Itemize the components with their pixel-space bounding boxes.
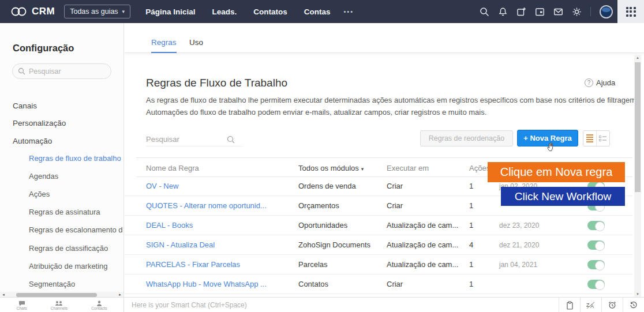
- rule-execute-on: Atualização de cam...: [387, 260, 458, 269]
- tab-contas[interactable]: Contas: [304, 7, 331, 16]
- tab-contatos[interactable]: Contatos: [253, 7, 287, 16]
- sidebar-item-regras-classificacao[interactable]: Regras de classificação: [29, 244, 108, 253]
- scrollbar-thumb[interactable]: [635, 62, 641, 192]
- sidebar-item-segmentacao[interactable]: Segmentação: [29, 280, 75, 288]
- alarm-button[interactable]: [601, 298, 623, 312]
- rule-link[interactable]: WhatsApp Hub - Move WhatsApp ...: [146, 280, 267, 288]
- rule-link[interactable]: PARCELAS - Fixar Parcelas: [146, 260, 240, 269]
- vertical-scrollbar[interactable]: ▴ ▾: [634, 55, 641, 297]
- search-icon[interactable]: [480, 7, 489, 17]
- sidebar-item-acoes[interactable]: Ações: [29, 190, 50, 198]
- module-tabs: Página Inicial Leads. Contatos Contas ••…: [145, 7, 354, 16]
- sidebar-search-input[interactable]: [29, 67, 104, 76]
- compose-icon[interactable]: [516, 7, 526, 17]
- user-avatar[interactable]: [600, 5, 613, 18]
- scroll-left-icon[interactable]: ◂: [0, 292, 7, 297]
- annotation-click-new-workflow: Click New Workflow: [501, 187, 625, 206]
- scroll-up-icon[interactable]: ▴: [634, 55, 641, 60]
- module-filter-label: Todos os módulos: [298, 164, 359, 172]
- detail-view-icon[interactable]: [597, 131, 609, 146]
- rule-link[interactable]: QUOTES - Alterar nome oportunid...: [146, 201, 267, 210]
- rule-actions-count: 1: [469, 201, 473, 210]
- header-nome-da-regra: Nome da Regra: [146, 164, 199, 172]
- settings-gear-icon[interactable]: [572, 7, 582, 17]
- list-view-icon[interactable]: [583, 131, 597, 146]
- sidebar-item-regras-escalonamento[interactable]: Regras de escalonamento de c: [29, 225, 123, 234]
- reorder-rules-button[interactable]: Regras de reordenação: [420, 130, 513, 146]
- header-executar-em: Executar em: [387, 164, 429, 172]
- history-button[interactable]: [623, 298, 644, 312]
- page-description-line2: Automações do fluxo de trabalho podem en…: [146, 108, 486, 116]
- table-row: DEAL - Books Oportunidades Atualização d…: [125, 216, 632, 235]
- help-button[interactable]: ? Ajuda: [585, 78, 615, 87]
- table-divider: [136, 157, 632, 158]
- contact-person-icon: [96, 300, 102, 306]
- brand-title: CRM: [32, 6, 55, 17]
- zoho-logo-icon: [10, 6, 28, 17]
- tab-uso[interactable]: Uso: [189, 38, 203, 47]
- sidebar-item-regras-assinatura[interactable]: Regras de assinatura: [29, 208, 100, 216]
- rule-toggle[interactable]: [587, 280, 605, 289]
- rule-toggle[interactable]: [587, 260, 605, 269]
- rule-execute-on: Criar: [387, 201, 403, 210]
- header-module-filter[interactable]: Todos os módulos▾: [298, 164, 364, 172]
- sidebar-item-personalizacao[interactable]: Personalização: [13, 119, 66, 127]
- channels-button[interactable]: Channels: [51, 300, 68, 310]
- scroll-down-icon[interactable]: ▾: [634, 292, 641, 296]
- tab-pagina-inicial[interactable]: Página Inicial: [145, 7, 195, 16]
- sidebar-heading: Configuração: [13, 43, 74, 54]
- rule-module: Orçamentos: [298, 201, 339, 210]
- rule-actions-count: 1: [469, 260, 473, 269]
- annotation-clique-nova-regra: Clique em Nova regra: [488, 162, 625, 182]
- sidebar-item-canais[interactable]: Canais: [13, 102, 37, 110]
- all-tabs-dropdown-label: Todas as guias: [70, 7, 118, 16]
- rule-toggle[interactable]: [587, 221, 605, 230]
- mail-icon[interactable]: [553, 7, 563, 17]
- all-tabs-dropdown[interactable]: Todas as guias ▾: [64, 5, 130, 18]
- sidebar-item-agendas[interactable]: Agendas: [29, 172, 58, 181]
- sidebar-item-regras-de-fluxo[interactable]: Regras de fluxo de trabalho: [29, 154, 121, 163]
- rule-module: Parcelas: [298, 260, 328, 269]
- zia-translate-button[interactable]: ZA: [580, 298, 601, 312]
- rule-execute-on: Atualização de cam...: [387, 221, 458, 230]
- scroll-right-icon[interactable]: ▸: [117, 292, 123, 297]
- bell-icon[interactable]: [498, 7, 508, 17]
- rule-modified-date: dez 23, 2020: [499, 221, 539, 230]
- alarm-clock-icon: [608, 301, 616, 309]
- page-description-line1: As regras de fluxo de trabalho lhe permi…: [146, 96, 638, 104]
- top-navbar: CRM Todas as guias ▾ Página Inicial Lead…: [0, 0, 644, 23]
- rule-toggle[interactable]: [587, 240, 605, 250]
- rule-execute-on: Atualização de cam...: [387, 240, 458, 249]
- sidebar-search[interactable]: [12, 63, 111, 79]
- zia-translate-icon: ZA: [586, 302, 596, 309]
- main-content: Regras Uso Regras de Fluxo de Trabalho ?…: [125, 23, 644, 297]
- rule-actions-count: 1: [469, 182, 473, 190]
- table-row: WhatsApp Hub - Move WhatsApp ... Contato…: [125, 275, 632, 294]
- rules-search[interactable]: [146, 133, 243, 146]
- chevron-down-icon: ▾: [361, 166, 364, 172]
- more-tabs-icon[interactable]: •••: [343, 8, 354, 15]
- contacts-button[interactable]: Contacts: [91, 300, 107, 310]
- scrollbar-thumb[interactable]: [16, 293, 97, 297]
- chevron-down-icon: ▾: [122, 9, 125, 14]
- channels-icon: [55, 300, 63, 306]
- sidebar-item-atribuicao-marketing[interactable]: Atribuição de marketing: [29, 262, 108, 270]
- svg-text:Z: Z: [586, 302, 590, 308]
- calendar-icon[interactable]: [535, 7, 545, 17]
- smart-chat-hint[interactable]: Here is your Smart Chat (Ctrl+Space): [132, 301, 247, 309]
- rules-search-input[interactable]: [146, 135, 227, 144]
- rule-modified-date: dez 21, 2020: [499, 241, 539, 249]
- rule-link[interactable]: DEAL - Books: [146, 221, 193, 230]
- apps-panel[interactable]: [617, 0, 644, 23]
- clipboard-icon: [566, 301, 574, 310]
- tab-regras[interactable]: Regras: [151, 38, 177, 53]
- sidebar-item-automacao[interactable]: Automação: [13, 137, 52, 145]
- rule-link[interactable]: SIGN - Atualiza Deal: [146, 240, 215, 249]
- table-row: PARCELAS - Fixar Parcelas Parcelas Atual…: [125, 255, 632, 275]
- rule-module: Contatos: [298, 280, 328, 288]
- rule-link[interactable]: OV - New: [146, 182, 178, 190]
- mouse-cursor-icon: [546, 141, 556, 152]
- clipboard-button[interactable]: [559, 298, 580, 312]
- tab-leads[interactable]: Leads.: [212, 7, 237, 16]
- chats-button[interactable]: Chats: [16, 300, 27, 310]
